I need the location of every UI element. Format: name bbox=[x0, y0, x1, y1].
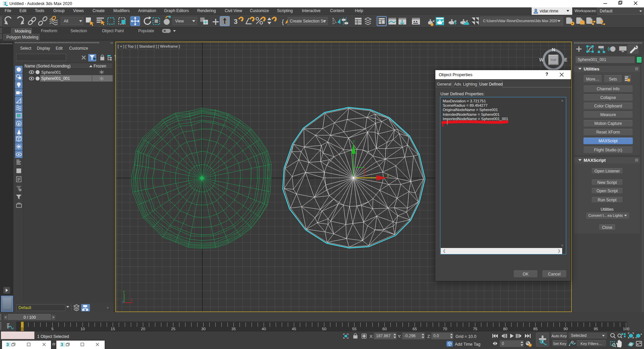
svg-text:N: N bbox=[552, 47, 555, 52]
svg-text:10: 10 bbox=[80, 327, 85, 331]
svg-text:70: 70 bbox=[443, 327, 447, 331]
svg-text:35: 35 bbox=[231, 327, 236, 331]
svg-text:20: 20 bbox=[141, 327, 145, 331]
svg-text:y: y bbox=[353, 139, 355, 143]
svg-text:Create Selection Se: Create Selection Se bbox=[290, 19, 326, 23]
svg-text:View: View bbox=[175, 19, 184, 23]
svg-text:55: 55 bbox=[352, 327, 357, 331]
svg-text:3: 3 bbox=[234, 18, 237, 25]
svg-text:W: W bbox=[539, 57, 544, 62]
svg-text:y: y bbox=[123, 290, 125, 293]
svg-text:85: 85 bbox=[533, 327, 538, 331]
svg-text:z: z bbox=[122, 300, 124, 304]
svg-text:65: 65 bbox=[413, 327, 417, 331]
svg-text:x: x bbox=[131, 298, 132, 301]
svg-text:»: » bbox=[107, 305, 109, 309]
svg-text:C:\Users\Vidar Rinne\Documents: C:\Users\Vidar Rinne\Documents\3ds Max 2… bbox=[483, 19, 557, 23]
svg-text:All: All bbox=[64, 19, 68, 23]
svg-text:95: 95 bbox=[594, 327, 598, 331]
svg-text:15: 15 bbox=[111, 327, 115, 331]
svg-text:40: 40 bbox=[262, 327, 266, 331]
svg-text:25: 25 bbox=[171, 327, 175, 331]
svg-text:30: 30 bbox=[201, 327, 206, 331]
svg-text:75: 75 bbox=[473, 327, 477, 331]
svg-text:x: x bbox=[387, 173, 389, 178]
svg-text:80: 80 bbox=[503, 327, 507, 331]
svg-text:90: 90 bbox=[564, 327, 568, 331]
svg-text:50: 50 bbox=[322, 327, 326, 331]
svg-text:100: 100 bbox=[623, 327, 629, 331]
svg-text:45: 45 bbox=[292, 327, 296, 331]
svg-text:E: E bbox=[564, 57, 567, 62]
svg-text:0: 0 bbox=[21, 327, 23, 331]
svg-text:{: { bbox=[282, 18, 284, 25]
svg-text:5: 5 bbox=[51, 327, 53, 331]
svg-text:TOP: TOP bbox=[550, 58, 556, 62]
svg-text:60: 60 bbox=[382, 327, 387, 331]
